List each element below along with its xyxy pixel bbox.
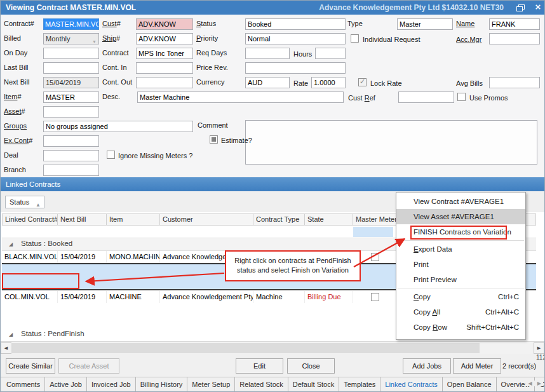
column-header-item[interactable]: Item [107,213,160,226]
individual-request-checkbox[interactable] [351,34,359,43]
name-field[interactable]: FRANK [489,18,540,30]
groups-label[interactable]: Groups [4,122,27,130]
status-field[interactable]: Booked [245,18,346,30]
item-number-label[interactable]: Item# [4,93,22,100]
rate-field[interactable]: 1.0000 [311,77,346,88]
ex-contract-label[interactable]: Ex.Cont# [4,137,32,144]
lock-rate-checkbox[interactable]: ✓ [358,78,367,86]
group-by-status-button[interactable]: Status▲ [5,196,44,208]
ship-number-field[interactable]: ADV.KNOW [136,33,193,44]
currency-field[interactable]: AUD [245,77,290,88]
asset-number-label[interactable]: Asset# [4,107,25,115]
column-header-linked-contract[interactable]: Linked Contract# [2,213,58,226]
on-day-field[interactable] [43,48,99,59]
restore-window-icon[interactable] [516,4,524,11]
group-expanded-icon[interactable]: ◢ [9,332,13,337]
column-header-next-bill[interactable]: Next Bill [58,213,107,226]
scroll-right-button[interactable]: ▶ [534,342,544,354]
column-header-customer[interactable]: Customer [160,213,253,226]
cell-customer[interactable]: Advance Knowledgement Pty [160,291,253,303]
description-field[interactable]: Master Machine [137,91,344,103]
comment-field[interactable] [245,120,537,165]
groups-field[interactable]: No groups assigned [43,121,193,132]
scroll-left-button[interactable]: ◀ [1,342,11,354]
billed-dropdown[interactable]: Monthly▼ [43,33,99,44]
cont-out-field[interactable] [136,77,193,88]
cell-linked-contract[interactable]: COL.MIN.VOL [2,291,58,303]
cell-item[interactable]: MONO.MACHIN [107,251,160,263]
add-meter-button[interactable]: Add Meter [453,358,501,374]
tab-billing-history[interactable]: Billing History [136,377,188,392]
menu-item-copy-all[interactable]: Copy AllCtrl+Alt+C [396,304,525,320]
branch-field[interactable] [43,165,99,176]
acc-mgr-label[interactable]: Acc.Mgr [456,36,481,43]
cell-next-bill[interactable]: 15/04/2019 [58,251,107,263]
asset-number-field[interactable] [43,106,99,118]
rate-label: Rate [293,79,308,87]
menu-item-export-data[interactable]: Export Data [396,241,525,257]
close-button[interactable]: Close [287,358,335,374]
column-header-state[interactable]: State [305,213,353,226]
cell-state-billing-due[interactable]: Billing Due [305,291,353,303]
item-number-field[interactable]: MASTER [43,91,99,103]
customer-number-label[interactable]: Cust# [102,20,121,27]
type-field[interactable]: Master [397,18,453,30]
close-icon[interactable]: × [533,1,543,13]
cell-linked-contract[interactable]: BLACK.MIN.VOL [2,251,58,263]
title-bar[interactable]: Viewing Contract MASTER.MIN.VOL Advance … [1,1,544,15]
edit-button[interactable]: Edit [236,358,283,374]
req-days-label: Req Days [196,49,227,57]
req-days-field[interactable] [245,48,290,59]
ship-number-label[interactable]: Ship# [102,34,120,42]
cell-next-bill[interactable]: 15/04/2019 [58,291,107,303]
tab-related-stock[interactable]: Related Stock [235,377,288,392]
cust-ref-field[interactable] [398,91,454,103]
menu-item-view-asset[interactable]: View Asset #AVERAGE1 [396,209,525,224]
deal-field[interactable] [43,150,99,161]
tab-linked-contracts[interactable]: Linked Contracts [380,377,443,392]
hours-field[interactable] [315,48,346,59]
create-similar-button[interactable]: Create Similar [6,358,55,374]
tab-active-job[interactable]: Active Job [45,377,87,392]
use-promos-checkbox[interactable] [457,93,466,101]
ignore-missing-meters-checkbox[interactable] [107,151,115,159]
tab-templates[interactable]: Templates [339,377,380,392]
price-rev-field[interactable] [245,62,346,74]
estimate-checkbox[interactable] [210,135,218,144]
menu-item-print[interactable]: Print [396,257,525,272]
menu-item-print-preview[interactable]: Print Preview [396,272,525,287]
tab-meter-setup[interactable]: Meter Setup [187,377,235,392]
name-label[interactable]: Name [456,20,474,27]
dropdown-arrow-icon[interactable]: ▼ [92,37,97,44]
group-expanded-icon[interactable]: ◢ [9,241,13,247]
master-meter-checkbox[interactable] [371,293,379,301]
avg-bills-field[interactable] [489,77,540,88]
next-bill-field[interactable]: 15/04/2019 [43,77,99,88]
tab-default-stock[interactable]: Default Stock [288,377,339,392]
cont-in-field[interactable] [136,62,193,74]
horizontal-scrollbar[interactable]: ◀ ▶ [1,341,544,354]
branch-label: Branch [4,166,26,173]
cell-item[interactable]: MACHINE [107,291,160,303]
master-meter-checkbox[interactable] [371,253,379,261]
last-bill-field[interactable] [43,62,99,74]
menu-item-view-contract[interactable]: View Contract #AVERAGE1 [396,194,525,209]
add-jobs-button[interactable]: Add Jobs [403,358,451,374]
column-header-contract-type[interactable]: Contract Type [253,213,305,226]
group-row-pendfinish[interactable]: Status : PendFinish [21,330,84,337]
acc-mgr-field[interactable] [489,33,540,44]
customer-number-field[interactable]: ADV.KNOW [136,18,193,30]
scrollbar-thumb[interactable] [12,343,480,353]
menu-item-copy-row[interactable]: Copy RowShift+Ctrl+Alt+C [396,320,525,335]
menu-separator [398,288,524,288]
tab-comments[interactable]: Comments [2,377,45,392]
menu-item-copy[interactable]: CopyCtrl+C [396,289,525,304]
priority-field[interactable]: Normal [245,33,346,44]
contract-number-field[interactable]: MASTER.MIN.VOL [43,18,99,30]
ex-contract-field[interactable] [43,135,99,147]
cell-contract-type[interactable]: Machine [253,291,305,303]
tab-scroll-arrows[interactable]: ◀ ▶ [525,381,543,386]
tab-open-balance[interactable]: Open Balance [443,377,497,392]
tab-invoiced-job[interactable]: Invoiced Job [87,377,136,392]
contract-type-field[interactable]: MPS Inc Toner [136,48,193,59]
